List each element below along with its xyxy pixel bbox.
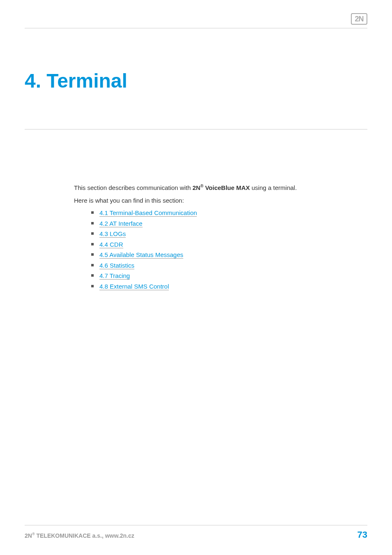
intro-paragraph: This section describes communication wit… <box>74 183 359 193</box>
list-item: 4.2 AT Interface <box>90 219 359 229</box>
page-title: 4. Terminal <box>25 69 367 92</box>
page-header: 2N <box>25 13 367 28</box>
list-item: 4.8 External SMS Control <box>90 282 359 291</box>
toc-link[interactable]: 4.6 Statistics <box>99 262 134 269</box>
intro-prefix: This section describes communication wit… <box>74 184 192 191</box>
list-item: 4.5 Available Status Messages <box>90 250 359 260</box>
toc-link[interactable]: 4.1 Terminal-Based Communication <box>99 209 197 217</box>
footer-company: 2N® TELEKOMUNIKACE a.s., www.2n.cz <box>25 532 134 539</box>
toc-link[interactable]: 4.2 AT Interface <box>99 220 143 227</box>
registered-symbol: ® <box>201 184 203 188</box>
toc-link[interactable]: 4.7 Tracing <box>99 272 130 280</box>
content-body: This section describes communication wit… <box>25 183 367 291</box>
toc-link[interactable]: 4.8 External SMS Control <box>99 283 169 290</box>
toc-link[interactable]: 4.3 LOGs <box>99 230 126 238</box>
page-number: 73 <box>357 530 367 540</box>
page-footer: 2N® TELEKOMUNIKACE a.s., www.2n.cz 73 <box>25 525 367 540</box>
footer-brand-prefix: 2N <box>25 532 32 539</box>
brand-logo-text: 2N <box>355 15 363 23</box>
footer-company-suffix: TELEKOMUNIKACE a.s., www.2n.cz <box>35 532 134 539</box>
list-item: 4.4 CDR <box>90 240 359 250</box>
toc-link[interactable]: 4.4 CDR <box>99 241 123 248</box>
table-of-contents: 4.1 Terminal-Based Communication 4.2 AT … <box>90 208 359 291</box>
intro-suffix: using a terminal. <box>250 184 297 191</box>
intro-brand-prefix: 2N <box>192 184 200 191</box>
list-item: 4.7 Tracing <box>90 271 359 281</box>
intro-subline: Here is what you can find in this sectio… <box>74 196 359 206</box>
toc-link[interactable]: 4.5 Available Status Messages <box>99 251 183 259</box>
intro-brand-suffix: VoiceBlue MAX <box>203 184 250 191</box>
list-item: 4.6 Statistics <box>90 261 359 271</box>
brand-logo-icon: 2N <box>351 13 367 25</box>
title-block: 4. Terminal <box>25 69 367 130</box>
registered-symbol: ® <box>32 532 35 536</box>
list-item: 4.3 LOGs <box>90 229 359 239</box>
list-item: 4.1 Terminal-Based Communication <box>90 208 359 218</box>
